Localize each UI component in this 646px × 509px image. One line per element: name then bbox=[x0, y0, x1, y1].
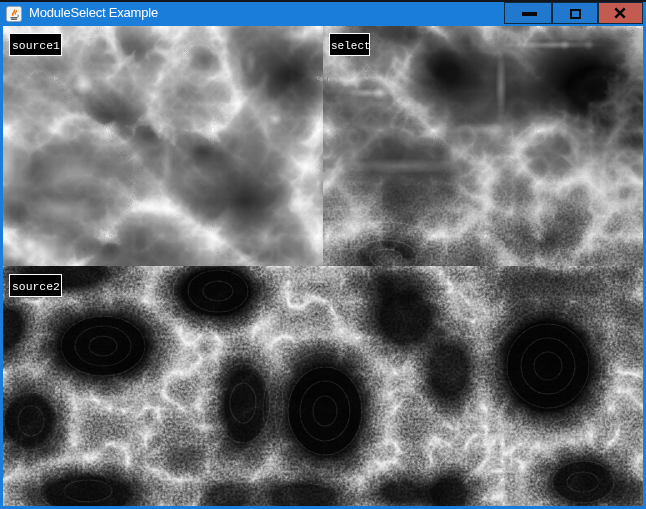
svg-text:source1: source1 bbox=[12, 40, 60, 52]
svg-text:ModuleSelect Example: ModuleSelect Example bbox=[29, 5, 158, 20]
svg-text:select: select bbox=[331, 40, 369, 52]
svg-text:source2: source2 bbox=[12, 281, 60, 293]
